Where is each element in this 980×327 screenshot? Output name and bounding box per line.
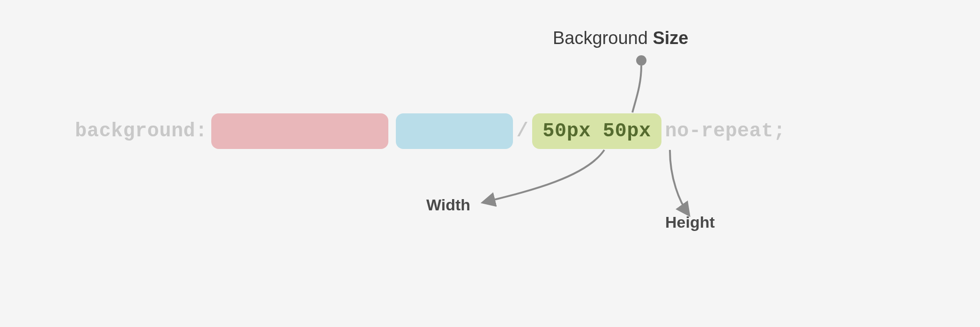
css-size-pill: 50px 50px (532, 113, 661, 149)
css-url-pill: url(cool.jpg) (211, 113, 388, 149)
label-width: Width (426, 196, 470, 214)
css-code-line: background: url(cool.jpg) top left / 50p… (75, 113, 786, 149)
css-position-pill: top left (396, 113, 513, 149)
css-separator: / (517, 120, 529, 142)
connector-lines (0, 0, 980, 327)
diagram-title: Background Size (553, 28, 688, 48)
css-property: background: (75, 120, 208, 142)
label-height: Height (665, 213, 715, 231)
title-prefix: Background (553, 28, 653, 48)
pointer-dot-icon (636, 55, 646, 66)
title-emphasis: Size (653, 28, 688, 48)
css-repeat: no-repeat; (665, 120, 786, 142)
